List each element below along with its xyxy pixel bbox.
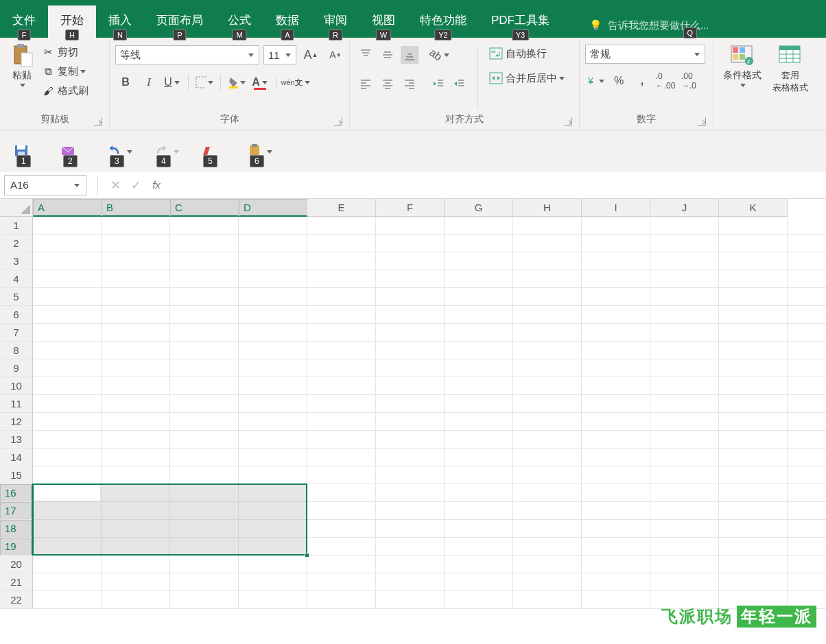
align-right-button[interactable] — [401, 75, 418, 93]
cell[interactable] — [376, 270, 445, 288]
cell[interactable] — [239, 377, 307, 395]
wrap-text-button[interactable]: ab自动换行 — [486, 45, 568, 62]
cell[interactable] — [170, 306, 239, 324]
cell[interactable] — [719, 538, 788, 556]
row-header[interactable]: 21 — [0, 573, 33, 591]
cell[interactable] — [788, 324, 826, 342]
cell[interactable] — [513, 591, 582, 609]
cell[interactable] — [788, 359, 826, 377]
cell[interactable] — [445, 413, 513, 431]
cancel-formula-button[interactable]: ✕ — [105, 178, 126, 193]
cell[interactable] — [33, 306, 102, 324]
tab-formulas[interactable]: 公式M — [215, 5, 263, 38]
cell[interactable] — [650, 377, 719, 395]
cell[interactable] — [170, 538, 239, 556]
cell[interactable] — [582, 359, 650, 377]
cell[interactable] — [650, 484, 719, 502]
column-header[interactable]: F — [376, 199, 445, 217]
cell[interactable] — [788, 252, 826, 270]
cell[interactable] — [33, 520, 102, 538]
cell[interactable] — [307, 235, 376, 252]
cell[interactable] — [376, 306, 445, 324]
cell[interactable] — [376, 413, 445, 431]
cell[interactable] — [650, 270, 719, 288]
cell[interactable] — [239, 342, 307, 359]
tab-review[interactable]: 审阅R — [311, 5, 359, 38]
cell[interactable] — [582, 449, 650, 466]
cell[interactable] — [239, 217, 307, 235]
cell[interactable] — [582, 413, 650, 431]
cell[interactable] — [788, 217, 826, 235]
cell[interactable] — [650, 413, 719, 431]
row-header[interactable]: 15 — [0, 466, 33, 484]
cell[interactable] — [719, 324, 788, 342]
cell[interactable] — [170, 413, 239, 431]
cell[interactable] — [239, 538, 307, 556]
cell[interactable] — [719, 252, 788, 270]
row-header[interactable]: 19 — [0, 538, 33, 556]
cell[interactable] — [33, 395, 102, 413]
cell[interactable] — [719, 556, 788, 573]
cell[interactable] — [582, 217, 650, 235]
row-header[interactable]: 13 — [0, 431, 33, 449]
column-headers[interactable]: ABCDEFGHIJK — [33, 199, 788, 217]
cell[interactable] — [307, 484, 376, 502]
cell[interactable] — [307, 270, 376, 288]
fill-color-button[interactable] — [228, 73, 246, 91]
row-header[interactable]: 17 — [0, 502, 33, 520]
spreadsheet-grid[interactable]: ABCDEFGHIJK 1234567891011121314151617181… — [0, 199, 826, 644]
cell[interactable] — [650, 520, 719, 538]
accounting-format-button[interactable]: ¥ — [587, 72, 604, 90]
row-header[interactable]: 1 — [0, 217, 33, 235]
cell[interactable] — [445, 235, 513, 252]
cell[interactable] — [650, 235, 719, 252]
cell[interactable] — [33, 466, 102, 484]
phonetic-guide-button[interactable]: wén文 — [283, 73, 301, 91]
cell[interactable] — [582, 395, 650, 413]
cells-area[interactable] — [33, 217, 826, 609]
cell[interactable] — [719, 270, 788, 288]
tab-home[interactable]: 开始H — [48, 5, 96, 38]
cell[interactable] — [239, 395, 307, 413]
tab-view[interactable]: 视图W — [359, 5, 408, 38]
cell[interactable] — [239, 502, 307, 520]
cell[interactable] — [445, 288, 513, 306]
cell[interactable] — [376, 449, 445, 466]
font-name-select[interactable]: 等线 — [115, 45, 259, 64]
cell[interactable] — [719, 377, 788, 395]
cell[interactable] — [170, 252, 239, 270]
cell[interactable] — [582, 288, 650, 306]
cell[interactable] — [788, 431, 826, 449]
cell[interactable] — [719, 395, 788, 413]
cell[interactable] — [239, 252, 307, 270]
cell[interactable] — [719, 466, 788, 484]
qat-item-6[interactable]: 6 — [247, 144, 263, 158]
cell[interactable] — [513, 306, 582, 324]
cell[interactable] — [102, 324, 170, 342]
cell[interactable] — [719, 288, 788, 306]
cell[interactable] — [445, 270, 513, 288]
column-header[interactable]: I — [582, 199, 650, 217]
cell[interactable] — [719, 502, 788, 520]
cell[interactable] — [170, 556, 239, 573]
align-middle-button[interactable] — [379, 46, 397, 64]
cell[interactable] — [513, 413, 582, 431]
font-size-select[interactable]: 11 — [263, 45, 296, 64]
cell[interactable] — [376, 377, 445, 395]
cell[interactable] — [170, 324, 239, 342]
cell[interactable] — [33, 270, 102, 288]
cell[interactable] — [582, 431, 650, 449]
cell[interactable] — [307, 431, 376, 449]
cell[interactable] — [513, 252, 582, 270]
cell[interactable] — [102, 270, 170, 288]
decrease-indent-button[interactable] — [429, 75, 447, 93]
increase-font-size-button[interactable]: A▲ — [302, 46, 320, 64]
cell[interactable] — [33, 538, 102, 556]
cell[interactable] — [582, 466, 650, 484]
cell[interactable] — [307, 520, 376, 538]
cell[interactable] — [582, 235, 650, 252]
cell[interactable] — [376, 395, 445, 413]
column-header[interactable]: H — [513, 199, 582, 217]
cell[interactable] — [102, 484, 170, 502]
column-header[interactable]: C — [170, 199, 239, 217]
